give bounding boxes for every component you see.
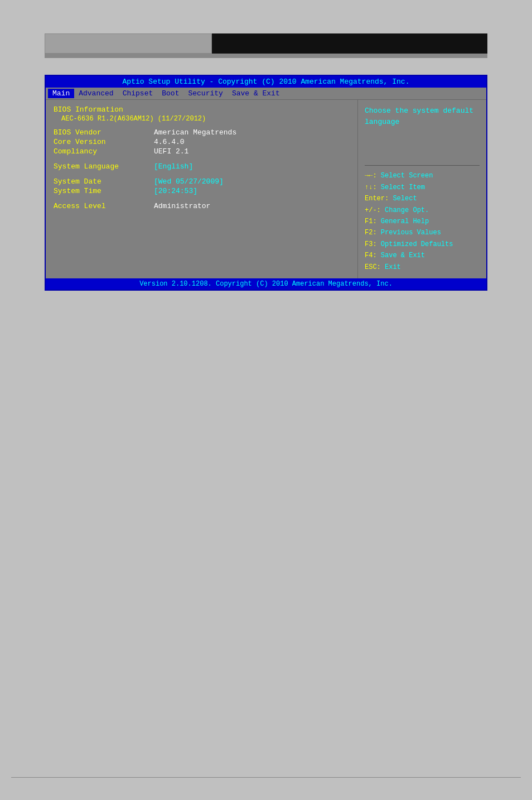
key-f1: F1: General Help (365, 216, 480, 227)
field-value-language[interactable]: [English] (154, 162, 193, 171)
field-value-compliancy: UEFI 2.1 (154, 147, 188, 156)
bios-section-title: BIOS Information (54, 105, 350, 114)
field-row-date: System Date [Wed 05/27/2009] (54, 177, 350, 186)
page-wrapper: Aptio Setup Utility - Copyright (C) 2010… (0, 0, 532, 800)
key-change-opt: +/-: Change Opt. (365, 205, 480, 216)
bios-section-subtitle: AEC-6636 R1.2(A636AM12) (11/27/2012) (61, 115, 350, 123)
bios-menubar: Main Advanced Chipset Boot Security Save… (46, 88, 486, 100)
menu-main[interactable]: Main (48, 89, 74, 98)
top-bar-area (0, 0, 532, 69)
field-row-time: System Time [20:24:53] (54, 187, 350, 195)
field-label-core: Core Version (54, 138, 154, 146)
field-value-core: 4.6.4.0 (154, 138, 185, 146)
bios-content: BIOS Information AEC-6636 R1.2(A636AM12)… (46, 100, 486, 278)
key-esc: ESC: Exit (365, 262, 480, 273)
bios-keys: →←: Select Screen ↑↓: Select Item Enter:… (365, 170, 480, 273)
field-row-access: Access Level Administrator (54, 202, 350, 210)
key-enter: Enter: Select (365, 193, 480, 204)
field-value-vendor: American Megatrends (154, 128, 236, 137)
bios-help-text: Choose the system default language (365, 105, 480, 161)
field-row-language: System Language [English] (54, 162, 350, 171)
key-f3: F3: Optimized Defaults (365, 239, 480, 250)
menu-boot[interactable]: Boot (157, 89, 183, 98)
top-bar-inner (45, 33, 487, 54)
field-row-compliancy: Compliancy UEFI 2.1 (54, 147, 350, 156)
field-value-time[interactable]: [20:24:53] (154, 187, 197, 195)
bios-left-panel: BIOS Information AEC-6636 R1.2(A636AM12)… (46, 100, 358, 278)
bios-footer: Version 2.10.1208. Copyright (C) 2010 Am… (46, 278, 486, 290)
bios-container: Aptio Setup Utility - Copyright (C) 2010… (45, 75, 487, 291)
field-label-access: Access Level (54, 202, 154, 210)
field-row-vendor: BIOS Vendor American Megatrends (54, 128, 350, 137)
menu-advanced[interactable]: Advanced (74, 89, 118, 98)
bios-divider (365, 165, 480, 166)
field-row-core: Core Version 4.6.4.0 (54, 138, 350, 146)
field-label-language: System Language (54, 162, 154, 171)
menu-save-exit[interactable]: Save & Exit (228, 89, 284, 98)
top-bar-underline (45, 54, 487, 58)
field-label-vendor: BIOS Vendor (54, 128, 154, 137)
bios-right-panel: Choose the system default language →←: S… (358, 100, 486, 278)
bios-title: Aptio Setup Utility - Copyright (C) 2010… (46, 76, 486, 88)
field-value-date[interactable]: [Wed 05/27/2009] (154, 177, 224, 186)
key-select-item: ↑↓: Select Item (365, 182, 480, 193)
bottom-line (11, 777, 521, 778)
field-label-time: System Time (54, 187, 154, 195)
key-f2: F2: Previous Values (365, 227, 480, 238)
top-bar-left (45, 33, 212, 54)
key-select-screen: →←: Select Screen (365, 170, 480, 181)
top-bar-right (212, 33, 487, 54)
field-label-compliancy: Compliancy (54, 147, 154, 156)
key-f4: F4: Save & Exit (365, 250, 480, 261)
field-value-access: Administrator (154, 202, 210, 210)
field-label-date: System Date (54, 177, 154, 186)
menu-chipset[interactable]: Chipset (118, 89, 158, 98)
menu-security[interactable]: Security (183, 89, 227, 98)
